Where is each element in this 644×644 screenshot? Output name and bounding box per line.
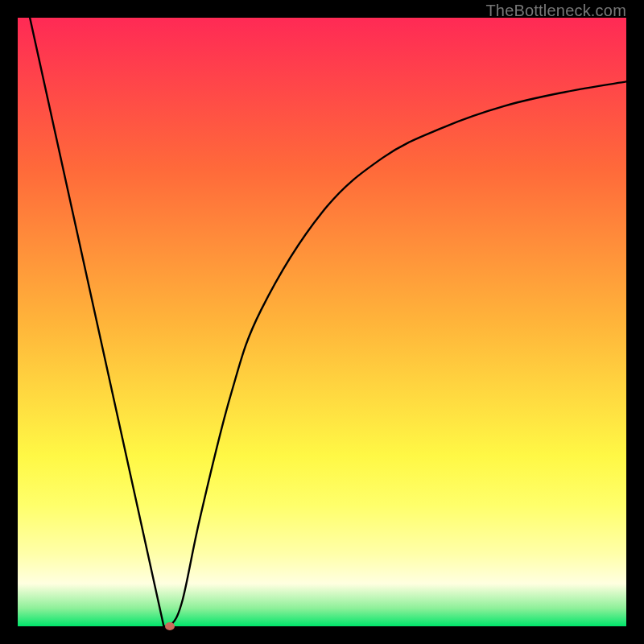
chart-container	[18, 18, 626, 626]
bottleneck-curve	[18, 18, 626, 626]
optimal-point-marker	[165, 622, 175, 630]
